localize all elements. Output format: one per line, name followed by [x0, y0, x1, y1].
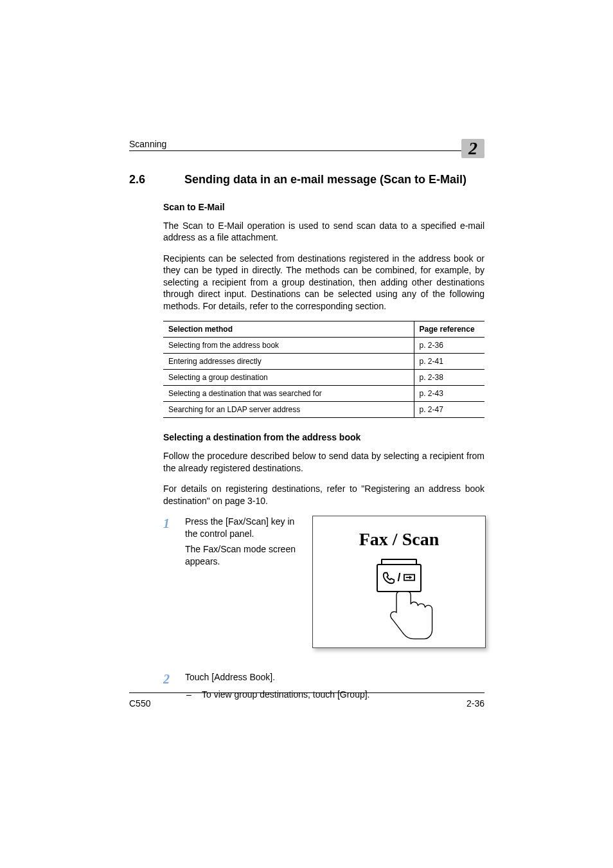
- table-cell-page: p. 2-43: [414, 386, 484, 402]
- fax-scan-illustration: Fax / Scan /: [312, 516, 486, 648]
- subheading-scan-to-email: Scan to E-Mail: [163, 202, 484, 212]
- table-cell-method: Selecting from the address book: [163, 338, 414, 354]
- step-1-subtext: The Fax/Scan mode screen appears.: [185, 543, 298, 567]
- table-cell-page: p. 2-38: [414, 370, 484, 386]
- footer-model: C550: [129, 698, 150, 709]
- slash-icon: /: [397, 570, 400, 586]
- table-row: Selecting from the address book p. 2-36: [163, 338, 484, 354]
- body-paragraph: The Scan to E-Mail operation is used to …: [163, 220, 484, 244]
- table-row: Selecting a group destination p. 2-38: [163, 370, 484, 386]
- table-cell-page: p. 2-36: [414, 338, 484, 354]
- section-title: Sending data in an e-mail message (Scan …: [184, 173, 466, 186]
- table-row: Selecting a destination that was searche…: [163, 386, 484, 402]
- table-row: Searching for an LDAP server address p. …: [163, 402, 484, 418]
- table-cell-method: Searching for an LDAP server address: [163, 402, 414, 418]
- page-footer: C550 2-36: [129, 692, 484, 709]
- footer-page-number: 2-36: [466, 698, 484, 709]
- chapter-number-badge: 2: [461, 139, 484, 158]
- body-paragraph: For details on registering destinations,…: [163, 483, 484, 507]
- table-cell-page: p. 2-41: [414, 354, 484, 370]
- table-header-method: Selection method: [163, 321, 414, 338]
- scan-arrow-icon: [402, 572, 416, 584]
- phone-icon: [382, 571, 396, 585]
- section-number: 2.6: [129, 173, 184, 186]
- step-number-1: 1: [163, 516, 185, 648]
- running-header: Scanning 2: [129, 135, 484, 151]
- subheading-selecting-destination: Selecting a destination from the address…: [163, 432, 484, 442]
- step-2-text: Touch [Address Book].: [185, 671, 484, 683]
- table-cell-method: Selecting a destination that was searche…: [163, 386, 414, 402]
- table-cell-method: Selecting a group destination: [163, 370, 414, 386]
- table-row: Entering addresses directly p. 2-41: [163, 354, 484, 370]
- selection-method-table: Selection method Page reference Selectin…: [163, 321, 484, 418]
- hand-pointer-icon: [389, 588, 447, 646]
- body-paragraph: Recipients can be selected from destinat…: [163, 253, 484, 312]
- table-cell-page: p. 2-47: [414, 402, 484, 418]
- table-header-page: Page reference: [414, 321, 484, 338]
- table-cell-method: Entering addresses directly: [163, 354, 414, 370]
- step-1-text: Press the [Fax/Scan] key in the control …: [185, 516, 298, 539]
- illustration-title: Fax / Scan: [313, 528, 485, 552]
- body-paragraph: Follow the procedure described below to …: [163, 450, 484, 474]
- running-header-text: Scanning: [129, 139, 166, 149]
